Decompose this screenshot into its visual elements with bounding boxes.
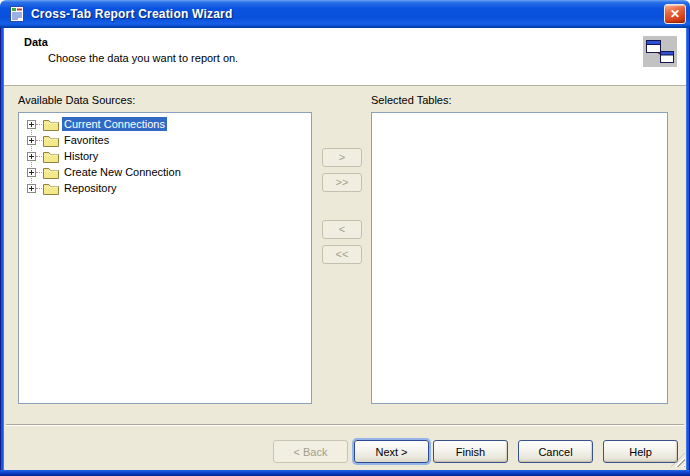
available-sources-tree[interactable]: Current Connections Favorites — [18, 112, 312, 404]
remove-button[interactable]: < — [322, 220, 362, 239]
wizard-dialog: Cross-Tab Report Creation Wizard ✕ Data … — [0, 0, 690, 476]
crosstab-icon — [643, 36, 677, 67]
close-icon: ✕ — [670, 7, 680, 21]
step-subtitle: Choose the data you want to report on. — [48, 52, 238, 64]
tree-item-label: Repository — [62, 181, 119, 195]
window-border-right — [686, 28, 690, 470]
folder-icon — [43, 150, 59, 163]
tree-item-favorites[interactable]: Favorites — [27, 132, 309, 148]
tree-item-label: History — [62, 149, 100, 163]
close-button[interactable]: ✕ — [664, 4, 686, 24]
tree-item-label: Favorites — [62, 133, 111, 147]
expand-plus-icon[interactable] — [27, 184, 36, 193]
help-button[interactable]: Help — [603, 440, 678, 463]
cancel-button[interactable]: Cancel — [518, 440, 593, 463]
selected-tables-label: Selected Tables: — [371, 94, 452, 106]
folder-icon — [43, 182, 59, 195]
back-button[interactable]: < Back — [273, 440, 348, 463]
expand-plus-icon[interactable] — [27, 152, 36, 161]
tree-item-create-new-connection[interactable]: Create New Connection — [27, 164, 309, 180]
next-button[interactable]: Next > — [354, 440, 429, 463]
tree-item-repository[interactable]: Repository — [27, 180, 309, 196]
footer-divider — [6, 424, 684, 426]
folder-icon — [43, 134, 59, 147]
tree-item-label: Current Connections — [62, 117, 167, 131]
add-all-button[interactable]: >> — [322, 173, 362, 192]
expand-plus-icon[interactable] — [27, 168, 36, 177]
window-border-bottom — [0, 470, 690, 476]
data-source-tree: Current Connections Favorites — [27, 116, 309, 196]
folder-icon — [43, 166, 59, 179]
dialog-body: Data Choose the data you want to report … — [4, 28, 686, 470]
report-document-icon — [9, 6, 25, 22]
available-sources-label: Available Data Sources: — [18, 94, 135, 106]
expand-plus-icon[interactable] — [27, 136, 36, 145]
wizard-step-header: Data Choose the data you want to report … — [4, 28, 686, 86]
add-button[interactable]: > — [322, 148, 362, 167]
tree-dots — [36, 172, 42, 173]
tree-dots — [36, 124, 42, 125]
step-title: Data — [24, 36, 48, 48]
title-bar[interactable]: Cross-Tab Report Creation Wizard ✕ — [0, 0, 690, 28]
finish-button[interactable]: Finish — [433, 440, 508, 463]
remove-all-button[interactable]: << — [322, 245, 362, 264]
tree-dots — [36, 188, 42, 189]
expand-plus-icon[interactable] — [27, 120, 36, 129]
tree-item-current-connections[interactable]: Current Connections — [27, 116, 309, 132]
tree-item-label: Create New Connection — [62, 165, 183, 179]
selected-tables-list[interactable] — [371, 112, 668, 404]
tree-item-history[interactable]: History — [27, 148, 309, 164]
folder-icon — [43, 118, 59, 131]
tree-dots — [36, 156, 42, 157]
window-title: Cross-Tab Report Creation Wizard — [31, 7, 232, 21]
tree-dots — [36, 140, 42, 141]
